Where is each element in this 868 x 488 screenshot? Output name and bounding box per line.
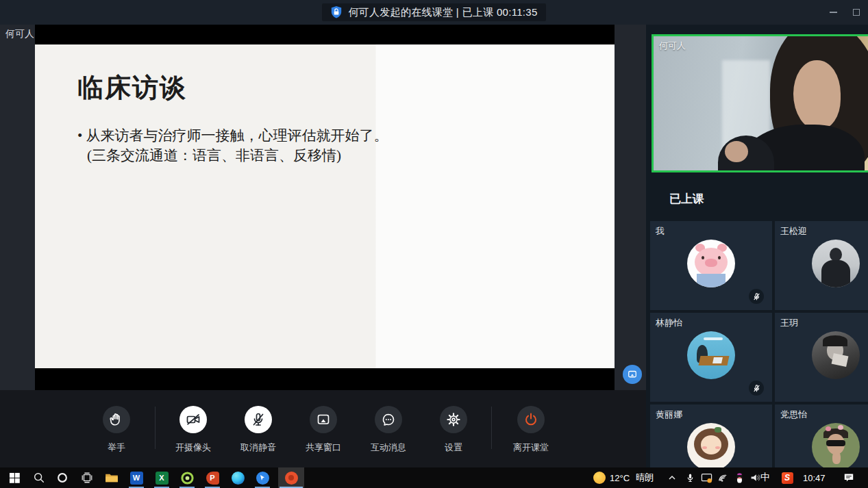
raise-hand-button[interactable]: 举手	[89, 390, 144, 467]
word-button[interactable]: W	[123, 467, 149, 488]
browser-360-button[interactable]	[174, 467, 200, 488]
maximize-button[interactable]	[845, 0, 868, 25]
participant-tile-me[interactable]: 我	[650, 221, 772, 310]
cortana-icon	[56, 472, 69, 484]
file-explorer-icon	[105, 472, 119, 483]
window-title: 何可人发起的在线课堂 | 已上课 00:11:35	[348, 6, 537, 19]
control-toolbar: 举手 开摄像头 取消静音	[0, 390, 646, 467]
tray-sogou[interactable]: S	[774, 467, 800, 488]
class-status-heading: 已上课	[669, 191, 704, 207]
chevron-up-icon	[668, 474, 676, 482]
shield-lock-icon	[330, 5, 343, 19]
participants-sidebar: 何可人 已上课 我 王松迎 林静怡	[646, 25, 868, 467]
clock[interactable]: 10:47	[803, 467, 826, 488]
settings-label: 设置	[426, 441, 481, 454]
slide-bullet-line2: (三条交流通道：语言、非语言、反移情)	[87, 146, 341, 166]
bw-photo-avatar	[812, 331, 860, 379]
edge-icon	[232, 472, 245, 485]
window-title-group: 何可人发起的在线课堂 | 已上课 00:11:35	[322, 3, 545, 21]
task-view-button[interactable]	[74, 467, 100, 488]
cartoon-girl-avatar	[687, 423, 735, 467]
action-center-icon	[843, 473, 854, 483]
share-screen-icon	[626, 368, 638, 381]
toolbar-separator	[155, 407, 156, 449]
sunglasses-photo-avatar	[812, 423, 860, 467]
sogou-input-icon: S	[782, 472, 793, 484]
search-icon	[33, 472, 45, 484]
power-icon	[523, 411, 539, 428]
study-photo-avatar	[687, 331, 735, 379]
classroom-app-icon	[285, 472, 298, 485]
mic-muted-icon	[749, 381, 764, 396]
slide-bullet-line1: • 从来访者与治疗师一接触，心理评估就开始了。	[77, 126, 388, 146]
weather-button[interactable]	[586, 467, 612, 488]
classroom-pointer-button[interactable]	[249, 467, 275, 488]
share-screen-float-button[interactable]	[623, 365, 642, 384]
excel-icon: X	[156, 472, 169, 485]
teacher-video-tile[interactable]: 何可人	[652, 34, 868, 172]
online-classroom-window: 何可人发起的在线课堂 | 已上课 00:11:35 何可人 临床访谈 • 从来访…	[0, 0, 868, 488]
ime-indicator[interactable]: 中	[760, 467, 770, 488]
action-center-button[interactable]	[836, 467, 862, 488]
word-icon: W	[130, 472, 143, 485]
sun-weather-icon	[593, 472, 606, 484]
task-view-icon	[81, 472, 93, 484]
share-window-label: 共享窗口	[296, 441, 351, 454]
participant-tile[interactable]: 党思怡	[775, 404, 868, 467]
participant-name: 我	[656, 225, 665, 237]
raise-hand-icon	[108, 411, 125, 428]
green-browser-icon	[181, 472, 194, 485]
slide-title: 临床访谈	[77, 70, 187, 105]
share-window-button[interactable]: 共享窗口	[296, 390, 351, 467]
presentation-stage: 何可人 临床访谈 • 从来访者与治疗师一接触，心理评估就开始了。 (三条交流通道…	[0, 25, 646, 390]
edge-button[interactable]	[225, 467, 251, 488]
participant-tile[interactable]: 王松迎	[775, 221, 868, 310]
unmute-label: 取消静音	[231, 441, 286, 454]
participant-name: 黄丽娜	[656, 409, 682, 421]
cortana-button[interactable]	[49, 467, 75, 488]
share-window-icon	[315, 411, 332, 428]
settings-button[interactable]: 设置	[426, 390, 481, 467]
chat-message-icon	[380, 411, 397, 428]
shared-screen-area: 临床访谈 • 从来访者与治疗师一接触，心理评估就开始了。 (三条交流通道：语言、…	[35, 25, 615, 390]
leave-class-label: 离开课堂	[504, 441, 558, 454]
search-button[interactable]	[26, 467, 52, 488]
powerpoint-button[interactable]: P	[199, 467, 225, 488]
powerpoint-icon: P	[206, 472, 219, 485]
weather-temp[interactable]: 12°C	[610, 467, 630, 488]
participant-name: 党思怡	[780, 409, 807, 421]
unmute-button[interactable]: 取消静音	[231, 390, 286, 467]
toolbar-separator	[491, 407, 492, 449]
participant-name: 林静怡	[656, 317, 682, 329]
chat-message-button[interactable]: 互动消息	[361, 390, 416, 467]
participant-tile[interactable]: 林静怡	[650, 313, 772, 402]
mic-off-icon	[250, 411, 266, 428]
speaker-icon	[750, 473, 761, 483]
participant-name: 王玥	[780, 317, 798, 329]
file-explorer-button[interactable]	[99, 467, 125, 488]
chat-message-label: 互动消息	[361, 441, 416, 454]
camera-off-icon	[185, 411, 201, 428]
weather-desc[interactable]: 晴朗	[636, 467, 654, 488]
settings-gear-icon	[445, 411, 462, 428]
windows-start-icon	[9, 472, 21, 484]
participant-tile[interactable]: 王玥	[775, 313, 868, 402]
teacher-name-label: 何可人	[659, 40, 686, 52]
window-controls	[821, 0, 868, 25]
mic-muted-icon	[749, 289, 764, 304]
start-button[interactable]	[1, 467, 27, 488]
classroom-pointer-icon	[256, 472, 269, 485]
windows-taskbar: W X P	[0, 467, 868, 488]
participant-tile[interactable]: 黄丽娜	[650, 404, 772, 467]
photo-avatar	[812, 240, 860, 287]
classroom-app-button[interactable]	[278, 467, 304, 488]
participant-name: 王松迎	[780, 225, 807, 237]
pig-cartoon-avatar	[687, 240, 735, 287]
camera-on-button[interactable]: 开摄像头	[166, 390, 221, 467]
leave-class-button[interactable]: 离开课堂	[504, 390, 558, 467]
camera-on-label: 开摄像头	[166, 441, 221, 454]
minimize-button[interactable]	[821, 0, 845, 25]
presenter-name-label: 何可人	[5, 28, 34, 40]
excel-button[interactable]: X	[149, 467, 175, 488]
titlebar: 何可人发起的在线课堂 | 已上课 00:11:35	[0, 0, 868, 25]
